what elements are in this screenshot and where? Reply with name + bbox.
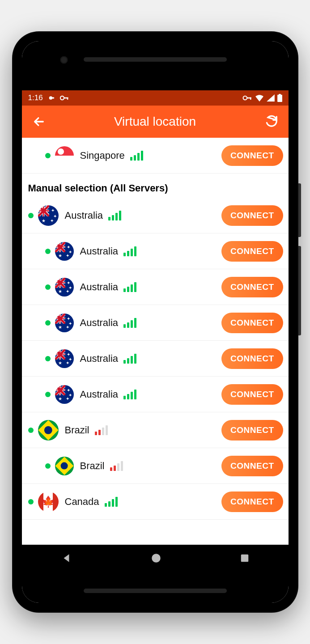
signal-bar xyxy=(98,430,101,435)
signal-bar xyxy=(127,287,129,292)
signal-bar xyxy=(95,432,97,435)
status-dot-icon xyxy=(28,213,34,218)
phone-frame: 1:16 xyxy=(12,31,298,613)
server-row[interactable]: ★✦✦✦ Australia CONNECT xyxy=(22,233,289,269)
page-title: Virtual location xyxy=(22,114,289,129)
signal-bar xyxy=(127,251,129,256)
signal-bar xyxy=(105,503,107,507)
flag-icon-au: ★✦✦✦ xyxy=(55,314,74,332)
status-dot-icon xyxy=(45,392,51,397)
connect-button[interactable]: CONNECT xyxy=(221,456,283,476)
refresh-button[interactable] xyxy=(263,113,280,131)
server-row[interactable]: ★✦✦✦ Australia CONNECT xyxy=(22,341,289,377)
battery-icon xyxy=(277,94,282,102)
signal-bar xyxy=(127,322,129,328)
status-dot-icon xyxy=(45,356,51,361)
server-row[interactable]: 🍁 Canada CONNECT xyxy=(22,484,289,520)
side-button xyxy=(298,246,301,335)
signal-bar xyxy=(123,324,126,328)
server-row[interactable]: ★✦✦✦ Australia CONNECT xyxy=(22,377,289,412)
flag-icon-au: ★✦✦✦ xyxy=(55,349,74,368)
flag-icon-ca: 🍁 xyxy=(38,491,59,512)
bezel-bottom xyxy=(22,572,289,603)
server-list[interactable]: Singapore CONNECT Manual selection (All … xyxy=(22,138,289,545)
status-dot-icon xyxy=(45,284,51,290)
country-name: Australia xyxy=(80,281,119,293)
signal-bar xyxy=(130,157,132,161)
status-dot-icon xyxy=(45,249,51,254)
server-row[interactable]: ★✦✦✦ Australia CONNECT xyxy=(22,305,289,341)
status-dot-icon xyxy=(28,428,34,433)
signal-bar xyxy=(121,461,123,471)
server-row[interactable]: Brazil CONNECT xyxy=(22,448,289,484)
svg-rect-4 xyxy=(67,97,68,100)
signal-bar xyxy=(131,284,133,292)
flag-icon-br xyxy=(55,457,74,475)
country-name: Australia xyxy=(80,317,119,329)
signal-bar xyxy=(131,249,133,256)
connect-button[interactable]: CONNECT xyxy=(221,384,283,405)
signal-strength-icon xyxy=(123,390,136,399)
bezel-top xyxy=(22,41,289,90)
connect-button[interactable]: CONNECT xyxy=(221,420,283,441)
section-header: Manual selection (All Servers) xyxy=(22,174,289,198)
svg-point-2 xyxy=(60,96,64,100)
connect-button[interactable]: CONNECT xyxy=(221,205,283,226)
flag-icon-au: ★✦✦✦ xyxy=(55,278,74,297)
svg-point-10 xyxy=(152,554,161,563)
connect-button[interactable]: CONNECT xyxy=(221,313,283,333)
connect-button[interactable]: CONNECT xyxy=(221,348,283,369)
signal-strength-icon xyxy=(95,425,108,435)
signal-bar xyxy=(141,151,143,161)
signal-strength-icon xyxy=(110,461,123,471)
signal-bar xyxy=(123,360,126,364)
nav-home-button[interactable] xyxy=(150,552,162,564)
signal-bar xyxy=(115,213,118,220)
signal-strength-icon xyxy=(130,151,143,161)
signal-bar xyxy=(127,394,129,399)
flag-icon-au: ★✦✦✦ xyxy=(55,385,74,404)
signal-strength-icon xyxy=(123,318,136,328)
signal-bar xyxy=(134,318,136,328)
signal-bar xyxy=(114,466,116,471)
signal-bar xyxy=(102,428,104,435)
svg-rect-8 xyxy=(277,95,282,102)
signal-bar xyxy=(134,354,136,364)
svg-rect-7 xyxy=(250,97,251,100)
signal-bar xyxy=(106,425,108,435)
vpn-key-icon xyxy=(242,95,252,101)
nav-recent-button[interactable] xyxy=(240,553,250,563)
screen: 1:16 xyxy=(22,41,289,603)
status-dot-icon xyxy=(45,153,51,158)
flag-icon-sg xyxy=(55,146,74,165)
server-row[interactable]: ★✦✦✦ Australia CONNECT xyxy=(22,269,289,305)
signal-bar xyxy=(134,282,136,292)
signal-bar xyxy=(123,288,126,292)
svg-point-5 xyxy=(243,96,247,100)
signal-bar xyxy=(131,356,133,364)
signal-bar xyxy=(131,320,133,328)
signal-bar xyxy=(123,253,126,256)
svg-rect-11 xyxy=(241,555,248,562)
signal-bar xyxy=(117,463,119,471)
vpn-notif-icon xyxy=(47,94,55,102)
speaker-top xyxy=(84,57,227,62)
connect-button[interactable]: CONNECT xyxy=(221,241,283,262)
server-row[interactable]: Singapore CONNECT xyxy=(22,138,289,174)
server-row[interactable]: Brazil CONNECT xyxy=(22,412,289,448)
nav-back-button[interactable] xyxy=(61,552,72,564)
cell-signal-icon xyxy=(267,94,275,102)
app-bar: Virtual location xyxy=(22,106,289,138)
connect-button[interactable]: CONNECT xyxy=(221,145,283,166)
signal-bar xyxy=(112,499,114,507)
signal-bar xyxy=(137,153,140,161)
country-name: Australia xyxy=(80,389,119,400)
back-button[interactable] xyxy=(30,113,48,131)
signal-bar xyxy=(115,497,118,507)
connect-button[interactable]: CONNECT xyxy=(221,277,283,297)
svg-rect-9 xyxy=(279,94,281,95)
connect-button[interactable]: CONNECT xyxy=(221,491,283,512)
signal-strength-icon xyxy=(123,246,136,256)
server-row[interactable]: ★✦✦✦ Australia CONNECT xyxy=(22,198,289,233)
status-dot-icon xyxy=(45,463,51,469)
